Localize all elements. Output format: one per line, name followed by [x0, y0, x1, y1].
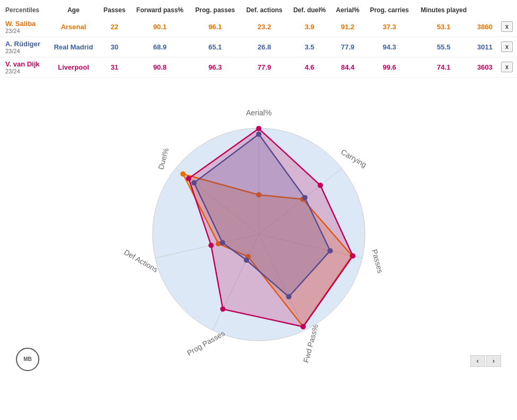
player-cell: W. Saliba 23/24 — [0, 17, 48, 37]
col-def-duel: Def. duel% — [288, 4, 331, 17]
def-duel-value: 77.9 — [331, 37, 364, 57]
radar-svg: Aerial%CarryingPassesFwd Pass%Prog Passe… — [110, 80, 408, 378]
team-name: Real Madrid — [48, 37, 99, 57]
player-cell: V. van Dijk 23/24 — [0, 57, 48, 77]
stats-table-section: Percentiles Age Passes Forward pass% Pro… — [0, 0, 517, 78]
svg-text:Passes: Passes — [370, 248, 384, 274]
svg-text:Prog Passes: Prog Passes — [185, 329, 226, 357]
minutes-played-value: 3011 — [473, 37, 497, 57]
aerial-value: 99.6 — [364, 57, 414, 77]
def-actions-value: 3.9 — [288, 17, 331, 37]
player-season: 23/24 — [5, 28, 45, 34]
player-name: A. Rüdiger — [5, 40, 45, 48]
team-name: Arsenal — [48, 17, 99, 37]
pagination-controls: ‹ › — [470, 355, 501, 367]
player-season: 23/24 — [5, 68, 45, 74]
remove-cell: x — [497, 37, 517, 57]
def-duel-value: 84.4 — [331, 57, 364, 77]
age-value: 30 — [99, 37, 130, 57]
svg-point-26 — [180, 171, 185, 177]
prev-page-button[interactable]: ‹ — [470, 355, 485, 367]
remove-button[interactable]: x — [501, 41, 513, 52]
table-row: V. van Dijk 23/24 Liverpool 31 90.8 96.3… — [0, 57, 517, 77]
stats-table: Percentiles Age Passes Forward pass% Pro… — [0, 4, 517, 78]
remove-button[interactable]: x — [501, 62, 513, 72]
forward-pass-value: 65.1 — [190, 37, 241, 57]
remove-cell: x — [497, 17, 517, 37]
player-name: W. Saliba — [5, 20, 45, 28]
radar-chart: Aerial%CarryingPassesFwd Pass%Prog Passe… — [110, 80, 408, 378]
svg-point-38 — [350, 253, 355, 258]
col-percentiles: Percentiles — [0, 4, 48, 17]
svg-point-39 — [300, 324, 306, 329]
aerial-value: 94.3 — [364, 37, 414, 57]
svg-text:Aerial%: Aerial% — [245, 108, 271, 116]
prog-carries-value: 53.1 — [414, 17, 473, 37]
svg-point-41 — [208, 242, 214, 248]
def-actions-value: 3.5 — [288, 37, 331, 57]
def-duel-value: 91.2 — [331, 17, 364, 37]
col-prog-passes: Prog. passes — [190, 4, 241, 17]
radar-section: Aerial%CarryingPassesFwd Pass%Prog Passe… — [0, 78, 517, 381]
next-page-button[interactable]: › — [486, 355, 501, 367]
passes-value: 68.9 — [130, 37, 190, 57]
minutes-played-value: 3603 — [473, 57, 497, 77]
prog-carries-value: 55.5 — [414, 37, 473, 57]
aerial-value: 37.3 — [364, 17, 414, 37]
player-cell: A. Rüdiger 23/24 — [0, 37, 48, 57]
player-name: V. van Dijk — [5, 60, 45, 68]
svg-point-36 — [256, 125, 261, 131]
forward-pass-value: 96.1 — [190, 17, 241, 37]
col-minutes-played: Minutes played — [414, 4, 473, 17]
prog-passes-value: 77.9 — [241, 57, 288, 77]
table-row: A. Rüdiger 23/24 Real Madrid 30 68.9 65.… — [0, 37, 517, 57]
col-age: Age — [48, 4, 99, 17]
col-aerial: Aerial% — [331, 4, 364, 17]
svg-point-42 — [186, 175, 191, 181]
forward-pass-value: 96.3 — [190, 57, 241, 77]
passes-value: 90.8 — [130, 57, 190, 77]
age-value: 22 — [99, 17, 130, 37]
col-def-actions: Def. actions — [241, 4, 288, 17]
svg-point-40 — [220, 306, 225, 312]
prog-passes-value: 23.2 — [241, 17, 288, 37]
minutes-played-value: 3860 — [473, 17, 497, 37]
passes-value: 90.1 — [130, 17, 190, 37]
def-actions-value: 4.6 — [288, 57, 331, 77]
prog-carries-value: 74.1 — [414, 57, 473, 77]
age-value: 31 — [99, 57, 130, 77]
remove-cell: x — [497, 57, 517, 77]
prog-passes-value: 26.8 — [241, 37, 288, 57]
logo-text: MB — [23, 356, 32, 362]
player-season: 23/24 — [5, 48, 45, 54]
table-row: W. Saliba 23/24 Arsenal 22 90.1 96.1 23.… — [0, 17, 517, 37]
col-prog-carries: Prog. carries — [364, 4, 414, 17]
team-name: Liverpool — [48, 57, 99, 77]
svg-point-37 — [317, 182, 323, 188]
brand-logo: MB — [16, 348, 39, 371]
col-passes: Passes — [99, 4, 130, 17]
col-forward-pass: Forward pass% — [130, 4, 190, 17]
remove-button[interactable]: x — [501, 21, 513, 32]
svg-text:Duel%: Duel% — [156, 147, 170, 170]
svg-text:Carrying: Carrying — [339, 147, 368, 169]
